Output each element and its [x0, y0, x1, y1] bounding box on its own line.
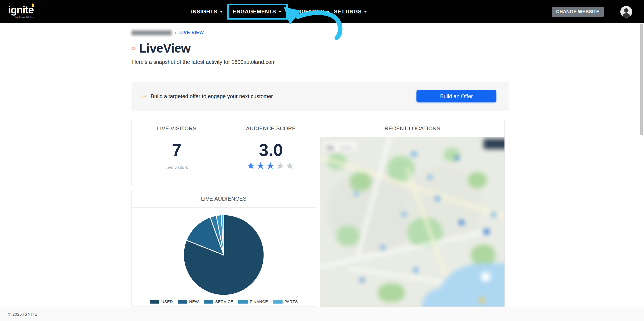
- page-title: LiveView: [139, 42, 191, 54]
- legend-label: USED: [161, 299, 173, 304]
- star-empty-icon: ★: [276, 160, 286, 171]
- legend-swatch-icon: [150, 300, 159, 304]
- nav-item-label: AUDIENCES: [292, 9, 324, 15]
- star-filled-icon: ★: [266, 160, 276, 171]
- live-visitors-caption: Live visitors: [132, 165, 222, 170]
- breadcrumb-live-view[interactable]: LIVE VIEW: [179, 30, 204, 35]
- nav-item-audiences[interactable]: AUDIENCES: [292, 9, 330, 15]
- flame-icon: [31, 3, 34, 7]
- legend-swatch-icon: [238, 300, 248, 304]
- audience-score-title: AUDIENCE SCORE: [226, 120, 316, 137]
- star-filled-icon: ★: [247, 160, 256, 171]
- divider: [131, 70, 509, 70]
- breadcrumb-separator: /: [175, 31, 176, 35]
- legend-item: NEW: [178, 299, 199, 304]
- main-nav: INSIGHTS ENGAGEMENTS AUDIENCES SETTINGS: [191, 0, 367, 23]
- breadcrumb: / LIVE VIEW: [131, 30, 509, 35]
- cards-top-row: LIVE VISITORS 7 Live visitors AUDIENCE S…: [131, 120, 316, 186]
- person-icon: [620, 6, 632, 18]
- nav-item-label: ENGAGEMENTS: [233, 9, 276, 15]
- brand-name: ignite: [8, 5, 34, 15]
- cards-grid: LIVE VISITORS 7 Live visitors AUDIENCE S…: [131, 120, 509, 307]
- nav-item-engagements[interactable]: ENGAGEMENTS: [227, 4, 288, 20]
- caret-down-icon: [364, 11, 367, 13]
- cards-left-column: LIVE VISITORS 7 Live visitors AUDIENCE S…: [131, 120, 316, 307]
- legend-label: SERVICE: [215, 299, 233, 304]
- audience-score-card: AUDIENCE SCORE 3.0 ★★★★★: [226, 120, 316, 186]
- top-navbar: ignite by launchlabs INSIGHTS ENGAGEMENT…: [0, 0, 644, 23]
- live-audiences-pie: [182, 213, 265, 297]
- navbar-right: CHANGE WEBSITE: [552, 0, 632, 23]
- map-button[interactable]: Map: [326, 145, 334, 150]
- page-subtitle: Here's a snapshot of the latest activity…: [132, 59, 509, 65]
- brand-subtitle: by launchlabs: [8, 16, 34, 19]
- live-audiences-card: LIVE AUDIENCES USEDNEWSERVICEFINANCEPART…: [131, 190, 316, 307]
- page-footer: © 2025 IGNITE: [0, 307, 644, 321]
- recent-locations-map[interactable]: Map Satellite: [320, 137, 504, 307]
- audience-stars: ★★★★★: [226, 161, 316, 171]
- audience-score-value: 3.0: [226, 142, 316, 159]
- legend-swatch-icon: [204, 300, 213, 304]
- live-visitors-value: 7: [132, 142, 222, 159]
- legend-item: FINANCE: [238, 299, 268, 304]
- page-title-row: LiveView: [131, 42, 509, 54]
- offer-banner-text-row: ☞ Build a targeted offer to engage your …: [142, 93, 273, 100]
- legend-item: PARTS: [273, 299, 298, 304]
- caret-down-icon: [327, 11, 330, 13]
- star-filled-icon: ★: [256, 160, 266, 171]
- build-offer-button[interactable]: Build an Offer: [416, 90, 496, 102]
- audience-score-body: 3.0 ★★★★★: [226, 142, 316, 171]
- scrollbar-thumb[interactable]: [640, 23, 643, 135]
- satellite-button[interactable]: Satellite: [339, 145, 353, 150]
- live-visitors-title: LIVE VISITORS: [132, 120, 222, 137]
- breadcrumb-site-redacted[interactable]: [131, 30, 172, 35]
- recent-locations-card: RECENT LOCATIONS Map Satellite: [320, 120, 505, 307]
- nav-item-settings[interactable]: SETTINGS: [334, 9, 367, 15]
- legend-label: NEW: [189, 299, 199, 304]
- nav-item-insights[interactable]: INSIGHTS: [191, 9, 223, 15]
- recent-locations-title: RECENT LOCATIONS: [320, 120, 504, 137]
- legend-swatch-icon: [178, 300, 187, 304]
- legend-label: FINANCE: [250, 299, 268, 304]
- live-visitors-card: LIVE VISITORS 7 Live visitors: [131, 120, 222, 186]
- copyright-text: © 2025 IGNITE: [8, 312, 37, 316]
- map-type-control[interactable]: Map Satellite: [323, 142, 357, 152]
- user-avatar[interactable]: [620, 6, 632, 18]
- pointing-hand-icon: ☞: [142, 93, 148, 100]
- legend-item: SERVICE: [204, 299, 233, 304]
- star-empty-icon: ★: [286, 160, 295, 171]
- nav-item-label: SETTINGS: [334, 9, 361, 15]
- legend-swatch-icon: [273, 300, 283, 304]
- live-visitors-body: 7 Live visitors: [132, 142, 222, 170]
- main-content: / LIVE VIEW LiveView Here's a snapshot o…: [131, 23, 509, 307]
- offer-banner-text: Build a targeted offer to engage your ne…: [151, 93, 273, 99]
- pie-legend: USEDNEWSERVICEFINANCEPARTS: [132, 299, 316, 304]
- nav-item-label: INSIGHTS: [191, 9, 217, 15]
- caret-down-icon: [220, 11, 223, 13]
- live-indicator-icon: [131, 47, 135, 50]
- brand-logo[interactable]: ignite by launchlabs: [8, 5, 34, 19]
- caret-down-icon: [279, 11, 282, 13]
- map-image: Map Satellite: [320, 137, 504, 307]
- legend-item: USED: [150, 299, 173, 304]
- legend-label: PARTS: [284, 299, 298, 304]
- live-audiences-title: LIVE AUDIENCES: [132, 190, 316, 208]
- change-website-button[interactable]: CHANGE WEBSITE: [552, 7, 604, 17]
- offer-banner: ☞ Build a targeted offer to engage your …: [131, 82, 509, 111]
